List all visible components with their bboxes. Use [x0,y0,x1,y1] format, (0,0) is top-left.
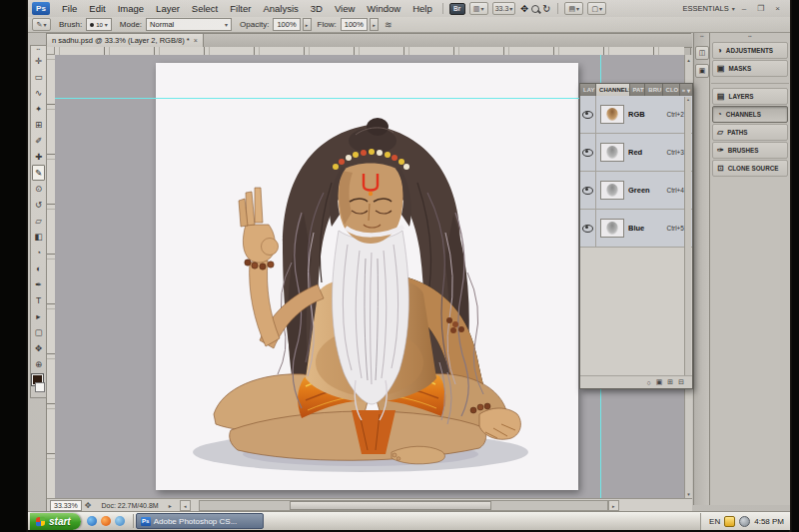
eraser-tool[interactable]: ▱ [32,213,45,229]
load-selection-icon[interactable]: ○ [646,379,650,386]
scroll-left-icon[interactable]: ◂ [180,500,191,511]
zoom-percentage-field[interactable]: 33.33% [50,500,82,511]
tab-channels[interactable]: CHANNELS [596,84,629,96]
airbrush-toggle-icon[interactable]: ≋ [385,20,393,30]
document-tab[interactable]: n sadhu.psd @ 33.3% (Layer 2, RGB/8) * × [47,34,204,47]
shape-tool[interactable]: ▢ [32,324,45,340]
minimize-button[interactable]: – [738,4,750,13]
dock-drag-handle[interactable]: ▪▪ [710,33,790,41]
clone-stamp-tool[interactable]: ⊙ [32,181,45,197]
arrange-documents-button[interactable]: ▥ ▾ [469,2,488,15]
crop-tool[interactable]: ⊞ [32,117,45,133]
collapsed-panel-icon-1[interactable]: ◫ [695,46,709,60]
path-selection-tool[interactable]: ▸ [32,308,45,324]
quick-selection-tool[interactable]: ✦ [32,101,45,117]
opacity-input[interactable]: 100% [273,18,300,31]
zoom-tool[interactable]: ⊕ [32,356,45,372]
close-button[interactable]: × [771,4,784,13]
tab-close-icon[interactable]: × [194,37,198,44]
collapsed-panel-icon-2[interactable]: ▣ [695,64,709,78]
tab-layers[interactable]: LAY [580,84,596,96]
channel-row-green[interactable]: Green Ctrl+4 [580,172,692,210]
dock-button-paths[interactable]: ▱ PATHS [712,124,788,141]
menu-filter[interactable]: Filter [224,3,257,14]
canvas[interactable] [156,63,578,490]
visibility-toggle[interactable] [580,210,596,247]
scroll-up-icon[interactable]: ▴ [685,55,692,64]
tools-drag-handle[interactable]: ▪▪ [37,46,41,53]
history-brush-tool[interactable]: ↺ [32,197,45,213]
brush-tool[interactable]: ✎ [32,165,45,181]
menu-select[interactable]: Select [186,3,224,14]
dodge-tool[interactable]: ◐ [32,261,45,276]
screen-mode-button[interactable]: ▢ ▾ [587,2,606,15]
visibility-toggle[interactable] [580,96,596,133]
dock-button-layers[interactable]: ▤ LAYERS [712,88,788,105]
menu-view[interactable]: View [329,3,361,14]
blur-tool[interactable]: ◔ [32,245,45,261]
hand-tool-icon[interactable]: ✥ [517,3,531,14]
hand-tool[interactable]: ✥ [32,340,45,356]
new-channel-icon[interactable]: ⊞ [667,378,673,386]
menu-3d[interactable]: 3D [305,3,329,14]
pen-tool[interactable]: ✒ [32,276,45,292]
view-extras-button[interactable]: ▤ ▾ [564,2,583,15]
language-indicator[interactable]: EN [709,517,720,526]
dock-button-masks[interactable]: ▣ MASKS [712,60,788,77]
rotate-view-icon[interactable]: ↻ [539,3,553,14]
menu-window[interactable]: Window [361,3,406,14]
lasso-tool[interactable]: ∿ [32,85,45,101]
flow-input[interactable]: 100% [341,18,368,31]
tab-paths[interactable]: PAT [630,84,646,96]
quick-launch-firefox-icon[interactable] [101,516,111,526]
quick-launch-ie-icon[interactable] [87,516,97,526]
type-tool[interactable]: T [32,292,45,308]
dock-button-brushes[interactable]: ✑ BRUSHES [712,142,788,159]
strip-drag-handle[interactable]: ▪▪ [700,33,704,42]
channel-row-red[interactable]: Red Ctrl+3 [580,134,692,172]
channel-row-blue[interactable]: Blue Ctrl+5 [580,210,692,248]
start-button[interactable]: start [30,513,81,530]
flow-stepper[interactable]: ▸ [370,18,379,31]
menu-file[interactable]: File [56,3,83,14]
healing-brush-tool[interactable]: ✚ [32,149,45,165]
scroll-down-icon[interactable]: ▾ [685,489,692,498]
menu-help[interactable]: Help [406,3,438,14]
gradient-tool[interactable]: ◧ [32,229,45,245]
marquee-tool[interactable]: ▭ [32,69,45,85]
menu-layer[interactable]: Layer [150,3,186,14]
horizontal-scrollbar[interactable] [199,500,608,511]
panel-menu-icon[interactable]: ▾ [687,87,690,94]
bridge-icon[interactable]: Br [449,3,465,15]
dock-button-channels[interactable]: ◔ CHANNELS [712,106,788,123]
move-tool[interactable]: ✛ [32,53,45,69]
tray-volume-icon[interactable] [739,516,750,527]
zoom-tool-icon[interactable] [531,5,539,13]
scroll-right-icon[interactable]: ▸ [608,500,619,511]
delete-channel-icon[interactable]: ⊟ [678,378,684,386]
tray-update-icon[interactable] [724,516,735,527]
tool-preset-button[interactable]: ✎ ▾ [32,18,51,31]
tab-clone[interactable]: CLO [663,84,680,96]
menu-edit[interactable]: Edit [83,3,111,14]
save-selection-icon[interactable]: ▣ [656,378,663,386]
brush-preset-picker[interactable]: 10 ▾ [86,18,112,31]
opacity-stepper[interactable]: ▸ [303,18,312,31]
eyedropper-tool[interactable]: ✐ [32,133,45,149]
background-color-swatch[interactable] [35,382,45,392]
blend-mode-select[interactable]: Normal ▾ [146,18,232,31]
workspace-switcher[interactable]: ESSENTIALS [682,4,728,13]
quick-launch-app-icon[interactable] [115,516,125,526]
menu-image[interactable]: Image [112,3,150,14]
dock-button-adjustments[interactable]: ◑ ADJUSTMENTS [712,42,788,59]
channel-row-rgb[interactable]: RGB Ctrl+2 [580,96,692,134]
visibility-toggle[interactable] [580,172,596,209]
visibility-toggle[interactable] [580,134,596,171]
menu-analysis[interactable]: Analysis [257,3,304,14]
horizontal-scroll-thumb[interactable] [290,501,491,510]
tab-overflow-icon[interactable]: » [682,87,685,93]
status-flyout-icon[interactable]: ▸ [169,502,172,509]
zoom-level-control[interactable]: 33.3 ▾ [492,2,516,15]
panel-scrollbar[interactable]: ▴ [684,97,691,376]
dock-button-clone-source[interactable]: ⊡ CLONE SOURCE [712,160,788,177]
